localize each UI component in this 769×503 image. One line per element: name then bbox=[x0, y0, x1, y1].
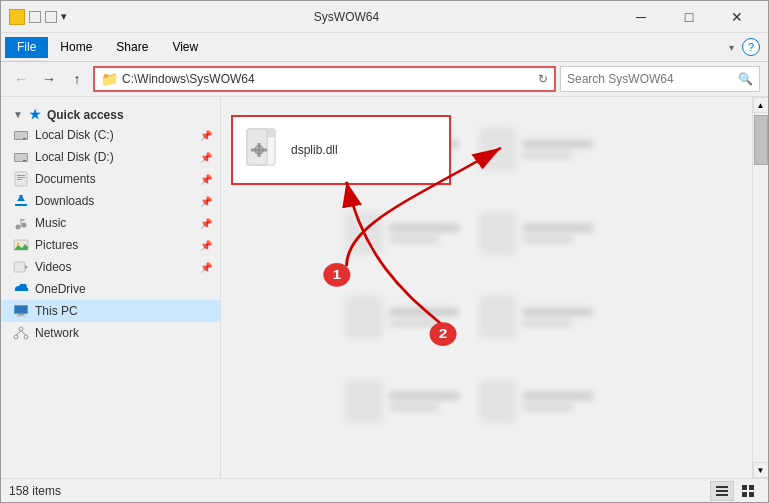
svg-rect-33 bbox=[267, 129, 275, 137]
svg-rect-12 bbox=[20, 195, 23, 201]
expand-ribbon-icon[interactable]: ▾ bbox=[729, 42, 734, 53]
scroll-thumb[interactable] bbox=[754, 115, 768, 165]
svg-rect-46 bbox=[716, 494, 728, 496]
bg-file-6 bbox=[479, 277, 609, 357]
tab-view[interactable]: View bbox=[160, 36, 210, 58]
svg-rect-47 bbox=[742, 485, 747, 490]
svg-rect-8 bbox=[17, 177, 25, 178]
pin-icon[interactable] bbox=[45, 11, 57, 23]
quick-access-star-icon: ★ bbox=[29, 107, 41, 122]
drive-d-icon bbox=[13, 149, 29, 165]
svg-rect-2 bbox=[23, 138, 26, 139]
help-button[interactable]: ? bbox=[742, 38, 760, 56]
search-input[interactable] bbox=[567, 72, 734, 86]
music-label: Music bbox=[35, 216, 66, 230]
breadcrumb-arrow: ▾ bbox=[61, 10, 67, 23]
pictures-icon bbox=[13, 237, 29, 253]
onedrive-label: OneDrive bbox=[35, 282, 86, 296]
address-input[interactable] bbox=[122, 72, 534, 86]
minimize-button[interactable]: ─ bbox=[618, 1, 664, 33]
sidebar-item-onedrive[interactable]: OneDrive bbox=[1, 278, 220, 300]
address-bar-input-wrapper: 📁 ↻ bbox=[93, 66, 556, 92]
status-count: 158 items bbox=[9, 484, 61, 498]
sidebar-item-pictures[interactable]: Pictures 📌 bbox=[1, 234, 220, 256]
local-disk-c-label: Local Disk (C:) bbox=[35, 128, 114, 142]
downloads-icon bbox=[13, 193, 29, 209]
sidebar-item-network[interactable]: Network bbox=[1, 322, 220, 344]
svg-rect-44 bbox=[716, 486, 728, 488]
svg-line-29 bbox=[21, 331, 26, 335]
pin-docs-icon: 📌 bbox=[200, 174, 212, 185]
scrollbar: ▲ ▼ bbox=[752, 97, 768, 478]
sidebar-item-videos[interactable]: Videos 📌 bbox=[1, 256, 220, 278]
svg-rect-19 bbox=[14, 262, 25, 272]
pin-downloads-icon: 📌 bbox=[200, 196, 212, 207]
sidebar-item-local-disk-d[interactable]: Local Disk (D:) 📌 bbox=[1, 146, 220, 168]
view-tiles-button[interactable] bbox=[736, 481, 760, 501]
bg-file-4 bbox=[479, 193, 609, 273]
videos-label: Videos bbox=[35, 260, 71, 274]
bg-file-2 bbox=[479, 109, 609, 189]
this-pc-icon bbox=[13, 303, 29, 319]
svg-point-14 bbox=[22, 223, 27, 228]
sidebar-item-downloads[interactable]: Downloads 📌 bbox=[1, 190, 220, 212]
tab-share[interactable]: Share bbox=[104, 36, 160, 58]
pin-d-icon: 📌 bbox=[200, 152, 212, 163]
drive-c-icon bbox=[13, 127, 29, 143]
svg-rect-4 bbox=[15, 154, 27, 161]
back-button[interactable]: ← bbox=[9, 67, 33, 91]
scroll-up-button[interactable]: ▲ bbox=[753, 97, 769, 113]
network-label: Network bbox=[35, 326, 79, 340]
svg-rect-7 bbox=[17, 175, 25, 176]
svg-rect-37 bbox=[258, 143, 261, 157]
bg-file-3 bbox=[345, 193, 475, 273]
section-quick-access[interactable]: ▼ ★ Quick access bbox=[1, 101, 220, 124]
tab-home[interactable]: Home bbox=[48, 36, 104, 58]
svg-rect-24 bbox=[16, 316, 26, 317]
content-area: dsplib.dll ▲ ▼ bbox=[221, 97, 768, 478]
app-icon bbox=[9, 9, 25, 25]
svg-rect-16 bbox=[21, 219, 25, 221]
view-details-button[interactable] bbox=[710, 481, 734, 501]
bg-file-7 bbox=[345, 361, 475, 441]
file-explorer-window: ▾ SysWOW64 ─ □ ✕ File Home Share View ▾ … bbox=[0, 0, 769, 503]
title-bar-icons: ▾ bbox=[9, 9, 67, 25]
title-bar: ▾ SysWOW64 ─ □ ✕ bbox=[1, 1, 768, 33]
main-area: ▼ ★ Quick access Local Disk (C:) 📌 Local… bbox=[1, 97, 768, 478]
view-buttons bbox=[710, 481, 760, 501]
sidebar-item-documents[interactable]: Documents 📌 bbox=[1, 168, 220, 190]
tab-file[interactable]: File bbox=[5, 37, 48, 58]
sidebar-item-this-pc[interactable]: This PC bbox=[1, 300, 220, 322]
close-button[interactable]: ✕ bbox=[714, 1, 760, 33]
forward-button[interactable]: → bbox=[37, 67, 61, 91]
pin-music-icon: 📌 bbox=[200, 218, 212, 229]
pin-c-icon: 📌 bbox=[200, 130, 212, 141]
maximize-button[interactable]: □ bbox=[666, 1, 712, 33]
this-pc-label: This PC bbox=[35, 304, 78, 318]
local-disk-d-label: Local Disk (D:) bbox=[35, 150, 114, 164]
sidebar-item-local-disk-c[interactable]: Local Disk (C:) 📌 bbox=[1, 124, 220, 146]
quick-access-label: Quick access bbox=[47, 108, 124, 122]
svg-point-13 bbox=[16, 225, 21, 230]
search-wrapper: 🔍 bbox=[560, 66, 760, 92]
up-button[interactable]: ↑ bbox=[65, 67, 89, 91]
sidebar-item-music[interactable]: Music 📌 bbox=[1, 212, 220, 234]
selected-file-item[interactable]: dsplib.dll bbox=[231, 115, 451, 185]
svg-point-25 bbox=[19, 327, 23, 331]
onedrive-icon bbox=[13, 281, 29, 297]
quick-access-chevron: ▼ bbox=[13, 109, 23, 120]
quick-access-icon[interactable] bbox=[29, 11, 41, 23]
pin-pictures-icon: 📌 bbox=[200, 240, 212, 251]
status-bar: 158 items bbox=[1, 478, 768, 502]
ribbon-right: ▾ ? bbox=[729, 38, 768, 56]
refresh-button[interactable]: ↻ bbox=[538, 72, 548, 86]
search-icon[interactable]: 🔍 bbox=[738, 72, 753, 86]
videos-icon bbox=[13, 259, 29, 275]
address-bar: ← → ↑ 📁 ↻ 🔍 bbox=[1, 62, 768, 97]
ribbon-tabs: File Home Share View ▾ ? bbox=[1, 33, 768, 61]
window-title: SysWOW64 bbox=[75, 10, 618, 24]
documents-label: Documents bbox=[35, 172, 96, 186]
svg-point-26 bbox=[14, 335, 18, 339]
scroll-down-button[interactable]: ▼ bbox=[753, 462, 769, 478]
svg-marker-20 bbox=[25, 265, 28, 269]
